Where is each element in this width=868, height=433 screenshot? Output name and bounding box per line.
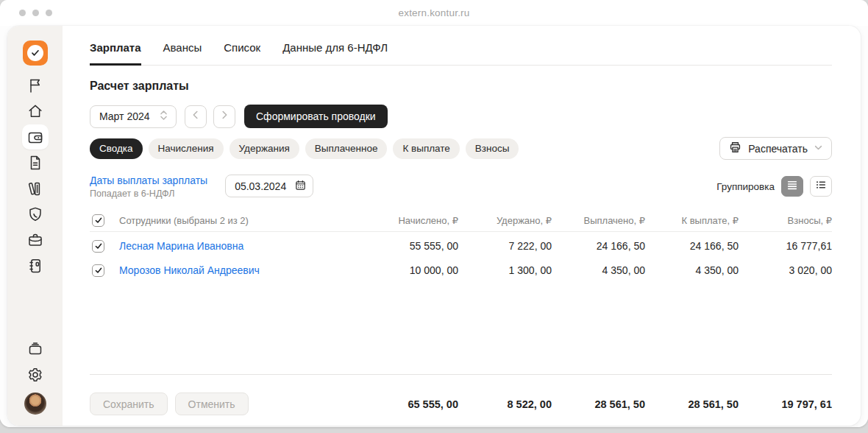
- cell-accrued: 10 000, 00: [365, 264, 458, 276]
- total-accrued: 65 555, 00: [365, 398, 458, 410]
- chip-vznosy[interactable]: Взносы: [466, 138, 519, 159]
- cell-contrib: 3 020, 00: [739, 264, 832, 276]
- save-button[interactable]: Сохранить: [90, 392, 168, 415]
- sidebar-item-cashbox[interactable]: [22, 337, 49, 362]
- page-title: Расчет зарплаты: [90, 80, 832, 93]
- document-icon: [26, 154, 44, 172]
- cell-paid: 4 350, 00: [552, 264, 645, 276]
- totals-footer-row: Сохранить Отменить 65 555, 00 8 522, 00 …: [90, 374, 832, 426]
- tab-zarplata[interactable]: Зарплата: [90, 41, 141, 66]
- cell-contrib: 16 777,61: [739, 240, 832, 252]
- bulleted-list-icon: [815, 179, 827, 194]
- calendar-icon: [294, 179, 307, 194]
- rows-icon: [786, 179, 798, 194]
- period-controls: Март 2024 Сформировать проводки: [90, 105, 832, 128]
- cancel-button[interactable]: Отменить: [175, 392, 249, 415]
- sidebar-item-security[interactable]: [22, 202, 49, 227]
- wallet-icon: [26, 128, 44, 146]
- notebook-icon: [26, 257, 44, 275]
- spinner-icon: [159, 110, 168, 123]
- shield-icon: [26, 205, 44, 223]
- sidebar-item-wallet-active[interactable]: [22, 124, 49, 149]
- sidebar-item-journal[interactable]: [22, 253, 49, 278]
- print-button-label: Распечатать: [748, 143, 808, 155]
- table-header-row: Сотрудники (выбраны 2 из 2) Начислено, ₽…: [90, 209, 832, 232]
- create-postings-button[interactable]: Сформировать проводки: [244, 105, 388, 128]
- employees-column-header: Сотрудники (выбраны 2 из 2): [119, 215, 365, 226]
- total-topay: 28 561, 50: [645, 398, 739, 410]
- sidebar-item-documents[interactable]: [22, 150, 49, 175]
- table-row: Морозов Николай Андреевич 10 000, 00 1 3…: [90, 260, 832, 281]
- sidebar-item-organizations[interactable]: [22, 228, 49, 253]
- flag-icon: [26, 77, 44, 94]
- print-button[interactable]: Распечатать: [719, 137, 832, 160]
- main-content: Зарплата Авансы Список Данные для 6-НДФЛ…: [63, 26, 861, 426]
- column-header-withheld: Удержано, ₽: [458, 215, 552, 226]
- sidebar-item-flag[interactable]: [22, 73, 49, 98]
- cashbox-icon: [26, 340, 44, 358]
- tab-avansy[interactable]: Авансы: [163, 41, 202, 66]
- select-all-checkbox[interactable]: [92, 214, 104, 227]
- kontur-check-icon: [27, 45, 43, 61]
- chip-vyplachennoe[interactable]: Выплаченное: [305, 138, 388, 159]
- chip-uderzhaniya[interactable]: Удержания: [230, 138, 299, 159]
- chip-nachisleniya[interactable]: Начисления: [149, 138, 224, 159]
- cell-withheld: 7 222, 00: [458, 240, 552, 252]
- books-icon: [26, 180, 44, 197]
- gear-icon: [26, 366, 44, 384]
- total-paid: 28 561, 50: [552, 398, 645, 410]
- grouping-grouped-button[interactable]: [810, 176, 832, 197]
- chip-k-vyplate[interactable]: К выплате: [393, 138, 459, 159]
- kontur-logo[interactable]: [23, 41, 48, 66]
- grouping-control: Группировка: [716, 176, 832, 197]
- chevron-down-icon: [814, 143, 823, 155]
- tab-6ndfl[interactable]: Данные для 6-НДФЛ: [282, 41, 388, 66]
- cell-paid: 24 166, 50: [552, 240, 645, 252]
- sidebar-item-ledgers[interactable]: [22, 176, 49, 201]
- prev-month-button[interactable]: [185, 105, 207, 128]
- footer-buttons: Сохранить Отменить: [90, 392, 365, 415]
- cell-topay: 4 350, 00: [645, 264, 739, 276]
- cell-accrued: 55 555, 00: [365, 240, 458, 252]
- tab-spisok[interactable]: Список: [224, 41, 260, 66]
- content-spacer: [90, 281, 832, 374]
- column-header-topay: К выплате, ₽: [645, 215, 739, 226]
- filter-chips-row: Сводка Начисления Удержания Выплаченное …: [90, 137, 832, 160]
- payout-dates-block: Даты выплаты зарплаты Попадает в 6-НДФЛ: [90, 175, 207, 199]
- window-controls[interactable]: [19, 10, 52, 16]
- chevron-left-icon: [191, 110, 201, 123]
- sidebar-bottom-group: [22, 337, 49, 415]
- browser-window: extern.kontur.ru: [0, 0, 868, 427]
- home-icon: [26, 102, 44, 120]
- row-checkbox[interactable]: [92, 240, 104, 253]
- address-bar-url[interactable]: extern.kontur.ru: [398, 7, 469, 18]
- column-header-contrib: Взносы, ₽: [739, 215, 832, 226]
- browser-chrome-bar: extern.kontur.ru: [0, 0, 868, 26]
- payout-date-input[interactable]: 05.03.2024: [225, 175, 313, 197]
- window-dot[interactable]: [32, 10, 39, 16]
- employee-name-link[interactable]: Морозов Николай Андреевич: [119, 264, 365, 276]
- window-dot[interactable]: [19, 10, 26, 16]
- grouping-label: Группировка: [716, 181, 775, 192]
- row-checkbox[interactable]: [92, 264, 104, 277]
- tab-bar: Зарплата Авансы Список Данные для 6-НДФЛ: [90, 26, 832, 66]
- window-dot[interactable]: [46, 10, 52, 16]
- month-select[interactable]: Март 2024: [90, 105, 177, 128]
- employee-name-link[interactable]: Лесная Марина Ивановна: [119, 240, 365, 252]
- sidebar-item-home[interactable]: [22, 99, 49, 124]
- payout-dates-row: Даты выплаты зарплаты Попадает в 6-НДФЛ …: [90, 175, 832, 199]
- table-row: Лесная Марина Ивановна 55 555, 00 7 222,…: [90, 236, 832, 256]
- column-header-paid: Выплачено, ₽: [552, 215, 645, 226]
- total-withheld: 8 522, 00: [458, 398, 552, 410]
- app-window: Зарплата Авансы Список Данные для 6-НДФЛ…: [7, 26, 861, 426]
- chip-svodka[interactable]: Сводка: [90, 138, 143, 159]
- chevron-right-icon: [219, 110, 230, 123]
- next-month-button[interactable]: [213, 105, 235, 128]
- cell-topay: 24 166, 50: [645, 240, 739, 252]
- payout-dates-link[interactable]: Даты выплаты зарплаты: [90, 175, 207, 186]
- briefcase-icon: [26, 231, 44, 249]
- sidebar-item-settings[interactable]: [22, 362, 49, 387]
- grouping-list-button-active[interactable]: [781, 176, 803, 197]
- user-avatar[interactable]: [24, 392, 46, 415]
- column-header-accrued: Начислено, ₽: [365, 215, 458, 226]
